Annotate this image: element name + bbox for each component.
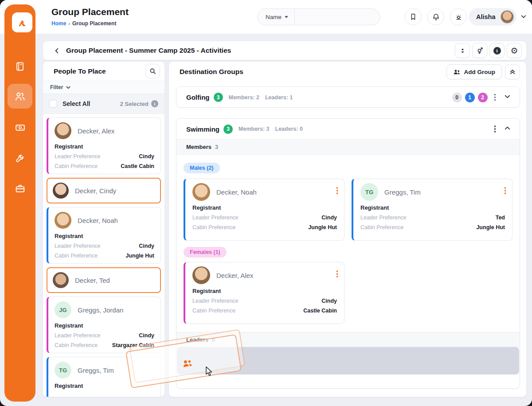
females-pill: Females (1) xyxy=(184,247,227,258)
info-icon: i xyxy=(493,47,501,55)
filter-dropdown[interactable]: Filter xyxy=(43,81,164,94)
bookmark-button[interactable] xyxy=(405,8,422,25)
chevron-up-icon[interactable] xyxy=(502,125,512,133)
user-menu[interactable]: Alisha xyxy=(469,8,516,26)
person-card[interactable]: Decker, Noah Registrant Leader Preferenc… xyxy=(47,207,161,264)
board-title: Group Placement - Summer Camp 2025 - Act… xyxy=(66,47,231,55)
person-card[interactable]: JG Greggs, Jordan Registrant Leader Pref… xyxy=(47,297,161,353)
groups-panel-title: Destination Groups xyxy=(180,68,243,76)
group-header-golfing[interactable]: Golfing 3 Members: 2 Leaders: 1 0 1 2 xyxy=(176,87,520,108)
leaders-drop-zone[interactable] xyxy=(177,347,519,375)
group-header-swimming[interactable]: Swimming 3 Members: 3 Leaders: 0 xyxy=(176,119,520,140)
person-name: Decker, Ted xyxy=(75,277,110,284)
person-card-selected[interactable]: Decker, Ted xyxy=(47,267,161,293)
gender-view-button[interactable] xyxy=(472,43,487,58)
user-chevron-down-icon[interactable] xyxy=(520,13,527,21)
sidebar-item-payments[interactable] xyxy=(8,115,32,140)
person-role: Registrant xyxy=(55,322,154,329)
group-menu-button[interactable] xyxy=(491,124,500,134)
person-name: Greggs, Jordan xyxy=(78,306,123,314)
breadcrumb-home-link[interactable]: Home xyxy=(51,20,66,27)
person-avatar xyxy=(55,212,71,229)
group-members-count: Members: 3 xyxy=(239,126,269,132)
member-card[interactable]: Decker, Alex Registrant Leader Preferenc… xyxy=(184,262,344,324)
bell-icon xyxy=(432,13,440,21)
sidebar-item-work[interactable] xyxy=(8,176,32,201)
chevron-down-icon xyxy=(66,85,71,90)
collapse-all-button[interactable] xyxy=(505,64,520,79)
back-button[interactable] xyxy=(51,45,63,56)
briefcase-icon xyxy=(15,183,26,194)
user-name: Alisha xyxy=(476,13,496,20)
person-card[interactable]: TG Greggs, Tim Registrant xyxy=(47,357,161,397)
add-group-label: Add Group xyxy=(464,69,496,75)
settings-button[interactable]: ⚙ xyxy=(507,43,522,58)
person-avatar xyxy=(53,272,69,288)
member-avatar-initials: TG xyxy=(360,183,378,201)
leader-preference-value: Ted xyxy=(496,215,505,221)
notifications-button[interactable] xyxy=(427,8,444,25)
member-menu-button[interactable] xyxy=(333,269,342,279)
chevron-down-icon[interactable] xyxy=(502,93,512,102)
leader-preference-value: Cindy xyxy=(139,153,154,160)
people-search-button[interactable] xyxy=(145,64,160,78)
sort-updown-icon xyxy=(459,47,466,54)
gender-icon xyxy=(476,47,484,55)
person-avatar-initials: JG xyxy=(55,301,71,318)
person-avatar-initials: TG xyxy=(55,362,71,379)
search-category-label: Name xyxy=(266,14,282,20)
info-button[interactable]: i xyxy=(489,43,505,58)
group-menu-button[interactable] xyxy=(491,92,500,103)
member-menu-button[interactable] xyxy=(501,185,510,196)
members-section-bar: Members 3 xyxy=(176,140,520,155)
person-avatar xyxy=(53,183,69,199)
cabin-preference-value: Jungle Hut xyxy=(476,224,505,230)
theme-button[interactable] xyxy=(450,8,467,25)
person-name: Decker, Alex xyxy=(78,127,114,135)
breadcrumb-separator: › xyxy=(68,21,70,26)
global-search: Name xyxy=(257,8,380,25)
member-card[interactable]: TG Greggs, Tim Registrant Leader Prefere… xyxy=(352,179,512,241)
leaders-section-label: Leaders xyxy=(186,336,208,343)
cabin-preference-label: Cabin Preference xyxy=(360,224,403,230)
sidebar-item-records[interactable] xyxy=(8,54,32,79)
sidebar-item-people[interactable] xyxy=(8,84,32,109)
leader-preference-value: Cindy xyxy=(139,332,154,339)
sidebar-item-tools[interactable] xyxy=(8,145,32,170)
leader-preference-label: Leader Preference xyxy=(55,332,101,339)
group-name: Golfing xyxy=(186,94,210,101)
member-menu-button[interactable] xyxy=(333,185,342,196)
selected-count: 2 Selected xyxy=(120,101,149,107)
breadcrumb-current: Group Placement xyxy=(72,20,116,27)
group-leaders-count: Leaders: 0 xyxy=(275,126,303,132)
leaders-section-bar: Leaders 0 xyxy=(176,332,520,347)
people-list: Decker, Alex Registrant Leader Preferenc… xyxy=(43,114,164,397)
group-total-badge: 3 xyxy=(223,125,233,134)
person-card-selected[interactable]: Decker, Cindy xyxy=(47,178,161,203)
males-pill: Males (2) xyxy=(184,163,220,173)
count-badge-male: 1 xyxy=(465,93,475,102)
breadcrumb: Home › Group Placement xyxy=(51,20,116,27)
member-avatar xyxy=(192,183,210,201)
destination-groups-panel: Destination Groups Add Group Golfing 3 M… xyxy=(168,61,527,397)
add-group-button[interactable]: Add Group xyxy=(446,64,502,79)
people-to-place-panel: People To Place Filter Select All 2 Sele… xyxy=(43,61,165,397)
cabin-preference-label: Cabin Preference xyxy=(55,163,98,169)
person-role: Registrant xyxy=(55,143,154,150)
leader-preference-label: Leader Preference xyxy=(360,215,407,221)
member-card[interactable]: Decker, Noah Registrant Leader Preferenc… xyxy=(184,179,344,241)
cabin-preference-value: Castle Cabin xyxy=(303,308,337,314)
select-all-checkbox[interactable] xyxy=(49,100,57,108)
app-window: Group Placement Home › Group Placement N… xyxy=(0,0,532,406)
app-logo[interactable] xyxy=(12,12,32,32)
sort-button[interactable] xyxy=(455,43,470,58)
person-name: Decker, Noah xyxy=(78,217,118,224)
cabin-preference-value: Jungle Hut xyxy=(308,224,337,230)
member-name: Decker, Noah xyxy=(216,188,257,196)
selected-info-icon[interactable]: i xyxy=(151,100,158,107)
search-input[interactable] xyxy=(295,9,386,25)
top-header: Group Placement Home › Group Placement N… xyxy=(0,0,532,34)
search-category-dropdown[interactable]: Name xyxy=(258,9,295,25)
group-members-count: Members: 2 xyxy=(229,94,259,101)
person-card[interactable]: Decker, Alex Registrant Leader Preferenc… xyxy=(47,117,161,174)
